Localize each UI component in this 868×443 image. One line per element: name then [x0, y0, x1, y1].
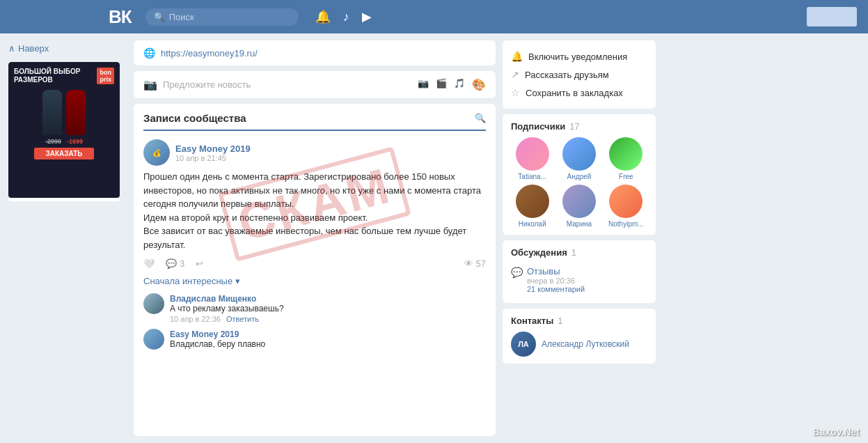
enable-notifications-button[interactable]: 🔔 Включить уведомления [511, 47, 647, 65]
sort-label: Сначала интересные [143, 276, 232, 286]
search-icon: 🔍 [154, 12, 165, 22]
views-number: 57 [476, 258, 486, 269]
discussion-icon: 💬 [511, 267, 523, 278]
contacts-count: 1 [558, 316, 562, 326]
subscriber-name-6: Nothyipm... [608, 220, 644, 228]
share-icon: ↗ [511, 69, 519, 80]
like-button[interactable]: 🤍 [143, 258, 155, 269]
action-buttons-card: 🔔 Включить уведомления ↗ Рассказать друз… [503, 40, 656, 109]
posts-header: Записи сообщества 🔍 [143, 112, 486, 131]
subscriber-name-3: Free [619, 173, 633, 180]
nav-right [807, 7, 857, 26]
video-small-icon[interactable]: 🎬 [436, 78, 447, 91]
ad-cta-button[interactable]: ЗАКАЗАТЬ [34, 148, 93, 160]
discussions-label: Обсуждения [511, 247, 567, 258]
subscriber-name-2: Андрей [567, 173, 592, 180]
subscriber-item-6[interactable]: Nothyipm... [605, 185, 647, 228]
left-sidebar: ∧ Наверх БОЛЬШОЙ ВЫБОР РАЗМЕРОВ bonprix … [8, 40, 127, 436]
website-link[interactable]: 🌐 https://easymoney19.ru/ [143, 47, 486, 59]
subscriber-avatar-4 [516, 185, 549, 218]
subscriber-item-5[interactable]: Марина [558, 185, 600, 228]
post-author: 💰 Easy Money 2019 10 апр в 21:45 [143, 139, 486, 166]
contact-avatar-1: ЛА [511, 332, 536, 357]
discussion-item-1[interactable]: 💬 Отзывы вчера в 20:36 21 комментарий [511, 263, 647, 296]
ad-price-old: -2990 [45, 138, 61, 145]
notifications-icon[interactable]: 🔔 [315, 9, 331, 24]
contact-name-1: Александр Лутковский [542, 339, 629, 349]
contact-item-1[interactable]: ЛА Александр Лутковский [511, 332, 647, 357]
comment-count: 3 [180, 258, 184, 269]
nav-icons: 🔔 ♪ ▶ [315, 9, 372, 24]
ad-price-new: -1699 [67, 138, 83, 145]
author-avatar[interactable]: 💰 [143, 139, 170, 166]
ad-logo: bonprix [97, 68, 114, 84]
post-time: 10 апр в 21:45 [175, 154, 251, 162]
contacts-card: Контакты 1 ЛА Александр Лутковский [503, 309, 656, 364]
discussion-title: Отзывы [527, 266, 647, 277]
search-bar[interactable]: 🔍 [145, 8, 299, 26]
eye-icon: 👁 [464, 258, 473, 269]
post-actions: 🤍 💬 3 ↩ 👁 57 [143, 258, 486, 269]
posts-section: Записи сообщества 🔍 СКАМ 💰 Easy Money 20… [134, 104, 496, 436]
commenter-avatar-1[interactable] [143, 293, 164, 314]
sort-bar[interactable]: Сначала интересные ▾ [143, 276, 486, 286]
chevron-up-icon: ∧ [8, 43, 15, 54]
subscribers-grid: Tatiana Inves Tatiana... Андрей Free Ник… [511, 137, 647, 228]
comment-item-1: Владислав Мищенко А что рекламу заказыва… [143, 293, 486, 323]
suggest-news-row: 📷 Предложите новость 📷 🎬 🎵 🎨 [143, 78, 486, 91]
advertisement-block[interactable]: БОЛЬШОЙ ВЫБОР РАЗМЕРОВ bonprix -2990 -16… [8, 62, 120, 201]
page-layout: ∧ Наверх БОЛЬШОЙ ВЫБОР РАЗМЕРОВ bonprix … [0, 33, 868, 443]
enable-notifications-label: Включить уведомления [528, 52, 627, 62]
subscriber-item-3[interactable]: Free [605, 137, 647, 180]
globe-icon: 🌐 [143, 47, 155, 59]
comment-author-2[interactable]: Easy Money 2019 [170, 329, 239, 339]
right-sidebar: 🔔 Включить уведомления ↗ Рассказать друз… [503, 40, 656, 436]
discussions-card: Обсуждения 1 💬 Отзывы вчера в 20:36 21 к… [503, 240, 656, 303]
ad-image [42, 90, 86, 135]
back-to-top-button[interactable]: ∧ Наверх [8, 40, 127, 56]
comment-text-2: Владислав, беру плавно [170, 339, 486, 349]
comment-author-1[interactable]: Владислав Мищенко [170, 294, 256, 304]
suggest-news-placeholder[interactable]: Предложите новость [163, 79, 251, 90]
share-button[interactable]: ↩ [196, 258, 203, 269]
search-input[interactable] [169, 12, 281, 22]
reply-button-1[interactable]: Ответить [226, 315, 259, 323]
palette-icon[interactable]: 🎨 [472, 78, 486, 91]
save-bookmarks-button[interactable]: ☆ Сохранить в закладках [511, 84, 647, 102]
top-navigation: ВК 🔍 🔔 ♪ ▶ [0, 0, 868, 33]
discussion-comments: 21 комментарий [527, 285, 647, 293]
commenter-avatar-2[interactable] [143, 329, 164, 350]
subscriber-item-2[interactable]: Андрей [558, 137, 600, 180]
search-posts-icon[interactable]: 🔍 [475, 113, 486, 123]
vk-logo: ВК [109, 6, 132, 28]
comment-button[interactable]: 💬 3 [166, 258, 184, 269]
user-avatar-nav[interactable] [807, 7, 857, 26]
author-name[interactable]: Easy Money 2019 [175, 143, 251, 154]
photo-icon[interactable]: 📷 [418, 78, 429, 91]
bookmark-icon: ☆ [511, 87, 520, 98]
comment-text-1: А что рекламу заказываешь? [170, 304, 486, 313]
author-info: Easy Money 2019 10 апр в 21:45 [175, 143, 251, 162]
discussions-count: 1 [571, 247, 576, 258]
subscriber-avatar-5 [562, 185, 596, 218]
music-icon[interactable]: ♪ [343, 10, 349, 24]
subscriber-item-4[interactable]: Николай [511, 185, 553, 228]
tell-friends-button[interactable]: ↗ Рассказать друзьям [511, 65, 647, 84]
discussion-meta: вчера в 20:36 [527, 277, 647, 285]
website-url[interactable]: https://easymoney19.ru/ [161, 48, 258, 59]
subscriber-name-5: Марина [567, 220, 592, 228]
contact-initials: ЛА [518, 340, 529, 348]
save-bookmarks-label: Сохранить в закладках [526, 88, 623, 98]
bell-icon: 🔔 [511, 51, 523, 62]
coat-figure-1 [42, 90, 62, 135]
posts-title: Записи сообщества [143, 112, 246, 124]
coat-figure-2 [66, 90, 86, 135]
comment-body-2: Easy Money 2019 Владислав, беру плавно [170, 329, 486, 350]
video-icon[interactable]: ▶ [362, 9, 372, 24]
subscriber-name-1: Tatiana... [518, 173, 546, 180]
avatar-icon: 💰 [152, 149, 161, 157]
back-to-top-label: Наверх [18, 43, 49, 54]
music-small-icon[interactable]: 🎵 [454, 78, 465, 91]
contacts-title: Контакты 1 [511, 316, 647, 326]
subscriber-item-1[interactable]: Tatiana Inves Tatiana... [511, 137, 553, 180]
